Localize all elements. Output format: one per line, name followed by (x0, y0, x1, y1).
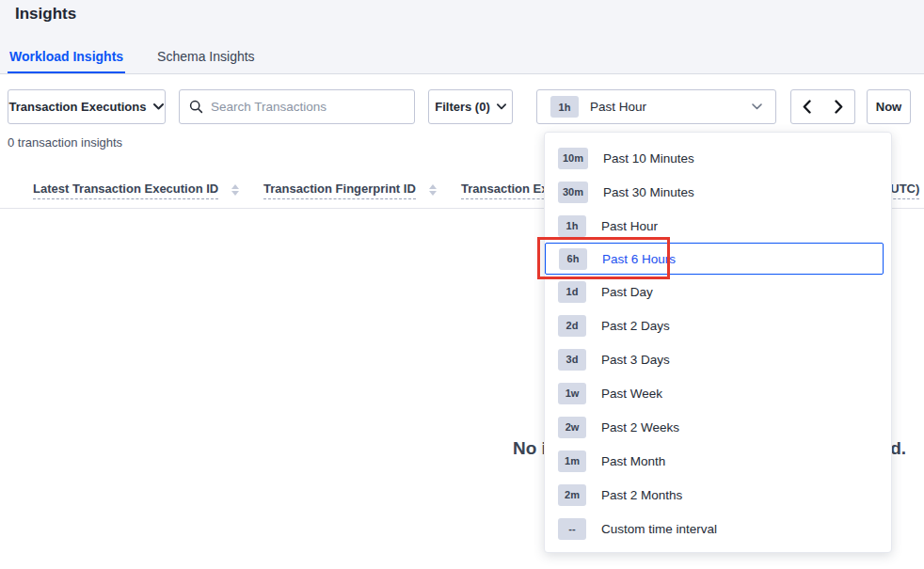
tab-bar: Workload Insights Schema Insights (8, 41, 257, 73)
search-transactions-box (179, 89, 415, 124)
time-option-label: Past 2 Months (601, 488, 682, 502)
chevron-left-icon (803, 100, 811, 114)
time-option-past-30-minutes[interactable]: 30m Past 30 Minutes (545, 175, 891, 209)
search-input[interactable] (211, 100, 405, 114)
time-option-label: Past Month (601, 454, 665, 468)
time-interval-dropdown-trigger[interactable]: 1h Past Hour (536, 89, 776, 124)
tab-schema-insights[interactable]: Schema Insights (155, 41, 257, 73)
now-button[interactable]: Now (867, 89, 911, 124)
tab-workload-insights[interactable]: Workload Insights (8, 41, 125, 73)
time-option-past-6-hours[interactable]: 6h Past 6 Hours (545, 243, 884, 275)
time-option-custom-time-interval[interactable]: -- Custom time interval (545, 512, 891, 545)
time-option-badge: 6h (559, 248, 587, 270)
time-option-badge: 1d (558, 281, 586, 303)
now-label: Now (876, 100, 901, 114)
time-interval-badge: 1h (550, 96, 579, 118)
previous-interval-button[interactable] (790, 89, 823, 124)
column-header-transaction-fingerprint-id[interactable]: Transaction Fingerprint ID (263, 182, 437, 199)
time-option-badge: 2m (558, 484, 586, 506)
time-option-label: Past Week (601, 387, 662, 401)
time-option-badge: -- (558, 518, 586, 540)
filters-button[interactable]: Filters (0) (428, 89, 513, 124)
time-option-label: Past Hour (601, 219, 658, 233)
time-option-badge: 10m (558, 148, 588, 169)
time-option-label: Custom time interval (601, 522, 717, 536)
chevron-right-icon (835, 100, 843, 114)
transaction-type-select[interactable]: Transaction Executions (8, 89, 166, 124)
next-interval-button[interactable] (822, 89, 855, 124)
time-option-past-10-minutes[interactable]: 10m Past 10 Minutes (545, 141, 891, 175)
column-header-latest-transaction-execution-id[interactable]: Latest Transaction Execution ID (33, 182, 239, 199)
time-option-label: Past 2 Weeks (601, 420, 679, 435)
filters-label: Filters (0) (435, 100, 490, 114)
time-option-badge: 1m (558, 450, 586, 472)
time-option-past-hour[interactable]: 1h Past Hour (545, 209, 891, 243)
time-option-past-2-days[interactable]: 2d Past 2 Days (545, 308, 891, 342)
page-header: Insights Workload Insights Schema Insigh… (0, 0, 924, 74)
chevron-down-icon (497, 103, 506, 110)
column-label: Latest Transaction Execution ID (33, 182, 218, 199)
time-option-past-3-days[interactable]: 3d Past 3 Days (545, 342, 891, 376)
insights-count-summary: 0 transaction insights (8, 135, 122, 150)
page-title: Insights (15, 5, 76, 24)
chevron-down-icon (153, 103, 164, 110)
column-label: Transaction Fingerprint ID (263, 182, 416, 199)
time-option-label: Past 3 Days (601, 353, 670, 367)
time-option-badge: 30m (558, 182, 588, 203)
time-option-past-month[interactable]: 1m Past Month (545, 444, 891, 478)
time-option-past-2-months[interactable]: 2m Past 2 Months (545, 478, 891, 512)
time-option-past-day[interactable]: 1d Past Day (545, 275, 891, 308)
search-icon (189, 100, 203, 114)
time-option-badge: 3d (558, 349, 586, 371)
time-option-badge: 2d (558, 315, 586, 337)
time-option-label: Past 10 Minutes (603, 151, 694, 166)
time-option-badge: 2w (558, 417, 586, 438)
time-option-label: Past Day (601, 285, 653, 299)
time-interval-dropdown-menu: 10m Past 10 Minutes 30m Past 30 Minutes … (544, 132, 892, 553)
time-option-badge: 1h (558, 215, 586, 237)
transaction-type-label: Transaction Executions (9, 100, 147, 114)
time-option-label: Past 6 Hours (602, 252, 676, 266)
sort-icon (231, 184, 239, 196)
time-interval-label: Past Hour (590, 100, 646, 114)
time-option-label: Past 30 Minutes (603, 185, 694, 199)
sort-icon (429, 184, 437, 196)
time-option-label: Past 2 Days (601, 319, 670, 333)
time-option-badge: 1w (558, 383, 586, 404)
time-option-past-2-weeks[interactable]: 2w Past 2 Weeks (545, 410, 891, 444)
time-option-past-week[interactable]: 1w Past Week (545, 376, 891, 410)
chevron-down-icon (752, 103, 762, 110)
insights-page: Insights Workload Insights Schema Insigh… (0, 0, 924, 569)
